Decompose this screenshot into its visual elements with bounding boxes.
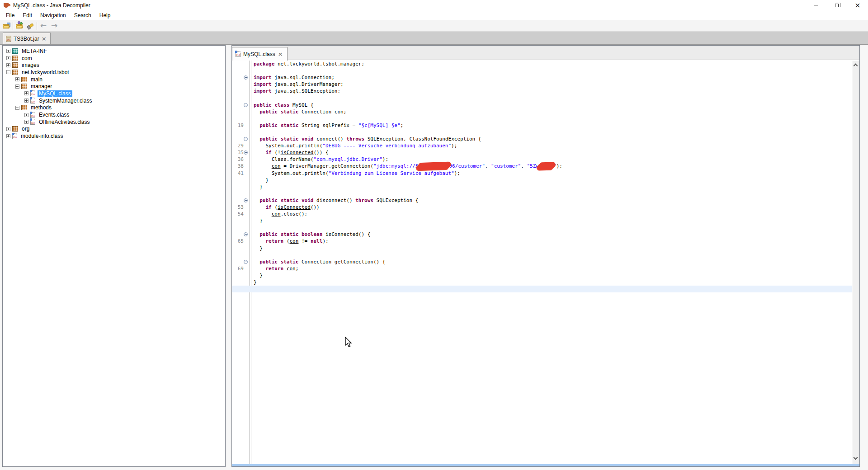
keyword-token: public [259,109,278,115]
code-line[interactable]: public static boolean isConnected() { [232,231,852,238]
tree-item-mysql-class[interactable]: 010MySQL.class [3,90,225,97]
minimize-button[interactable] [806,0,826,10]
menu-item-file[interactable]: File [2,11,19,19]
expand-icon[interactable] [24,91,28,95]
code-line[interactable] [232,67,852,74]
code-line[interactable]: 54 con.close(); [232,211,852,217]
collapse-icon[interactable] [15,85,19,89]
expand-icon[interactable] [6,56,10,60]
code-line[interactable]: } [232,272,852,279]
code-line[interactable]: 69 return con; [232,265,852,272]
code-line[interactable]: 41 System.out.println("Verbindung zum Li… [232,170,852,177]
keyword-token: public [259,122,278,128]
code-line[interactable] [232,252,852,258]
tree-item-main[interactable]: main [3,76,225,83]
expand-icon[interactable] [6,63,10,67]
menu-item-edit[interactable]: Edit [19,11,36,19]
tree-item-net-lvckyworld-tsbot[interactable]: net.lvckyworld.tsbot [3,69,225,76]
menu-item-navigation[interactable]: Navigation [36,11,70,19]
reference-token[interactable]: con [272,211,281,217]
expand-icon[interactable] [6,127,10,131]
expand-icon[interactable] [6,49,10,53]
expand-icon[interactable] [24,99,28,103]
menu-item-search[interactable]: Search [70,11,95,19]
code-line[interactable] [232,224,852,231]
code-line[interactable]: 29 System.out.println("DEBUG ---- Versuc… [232,142,852,149]
fold-collapse-icon[interactable] [244,198,248,202]
code-line[interactable]: 65 return (con != null); [232,238,852,244]
expand-icon[interactable] [24,113,28,117]
reference-token[interactable]: con [272,163,281,169]
back-button[interactable]: ← [38,21,49,31]
code-line[interactable]: 36 Class.forName("com.mysql.jdbc.Driver"… [232,156,852,163]
tree-item-com[interactable]: com [3,55,225,62]
fold-collapse-icon[interactable] [244,137,248,141]
tree-item-module-info-class[interactable]: 010module-info.class [3,132,225,140]
code-line[interactable]: } [232,217,852,224]
tree-item-systemmanager-class[interactable]: 010SystemManager.class [3,97,225,104]
fold-collapse-icon[interactable] [244,103,248,107]
code-line[interactable]: public static Connection getConnection()… [232,258,852,265]
scroll-down-icon[interactable] [854,457,858,461]
code-line[interactable]: public class MySQL { [232,102,852,108]
forward-button[interactable]: → [49,21,60,31]
tree-item-events-class[interactable]: 010Events.class [3,111,225,118]
expand-icon[interactable] [24,120,28,124]
tree-item-org[interactable]: org [3,126,225,133]
code-line[interactable]: import java.sql.SQLException; [232,88,852,94]
code-tab-close-icon[interactable]: × [278,51,283,57]
fold-collapse-icon[interactable] [244,232,248,236]
reference-token[interactable]: isConnected [281,150,314,155]
collapse-icon[interactable] [6,70,10,74]
tree-item-label: Events.class [38,112,71,118]
open-file-button[interactable] [1,21,12,31]
reference-token[interactable]: isConnected [278,204,311,210]
fold-collapse-icon[interactable] [244,150,248,155]
collapse-icon[interactable] [15,106,19,110]
search-button[interactable] [25,21,36,31]
menu-item-help[interactable]: Help [95,11,115,19]
code-line[interactable]: } [232,279,852,286]
code-line[interactable]: package net.lvckyworld.tsbot.manager; [232,61,852,67]
close-button[interactable]: × [847,0,868,10]
code-line[interactable] [232,129,852,136]
code-line[interactable]: public static void connect() throws SQLE… [232,136,852,142]
tree-item-methods[interactable]: methods [3,104,225,112]
fold-collapse-icon[interactable] [244,260,248,264]
tree-item-manager[interactable]: manager [3,83,225,90]
code-line[interactable]: 19 public static String sqlPrefix = "§c[… [232,122,852,129]
current-line-highlight[interactable] [232,286,852,292]
code-line[interactable] [232,115,852,122]
fold-collapse-icon[interactable] [244,75,248,80]
tab-mysql-class[interactable]: 010 MySQL.class × [232,47,288,61]
vertical-scrollbar[interactable] [852,61,859,464]
code-line[interactable] [232,190,852,197]
code-line[interactable]: 53 if (isConnected()) [232,204,852,211]
expand-icon[interactable] [15,77,19,81]
code-line[interactable]: 38 con = DriverManager.getConnection("jd… [232,163,852,169]
restore-button[interactable] [826,0,847,10]
expand-icon[interactable] [6,134,10,138]
reference-token[interactable]: con [287,266,296,272]
code-line[interactable]: import java.sql.DriverManager; [232,81,852,88]
tree-item-images[interactable]: images [3,61,225,69]
jar-tab-close-icon[interactable]: × [42,36,47,42]
code-line[interactable]: public static Connection con; [232,108,852,115]
code-token: Connection getConnection() { [298,259,385,265]
tree-item-offlineactivities-class[interactable]: 010OfflineActivities.class [3,118,225,126]
code-token: java.sql.DriverManager; [272,81,344,87]
code-editor[interactable]: package net.lvckyworld.tsbot.manager;imp… [232,61,852,464]
open-type-button[interactable] [14,21,25,31]
code-line[interactable]: } [232,177,852,183]
tab-ts3bot-jar[interactable]: 010 TS3Bot.jar × [3,33,51,44]
code-line[interactable]: 35 if (!isConnected()) { [232,149,852,156]
code-line[interactable] [232,94,852,101]
code-line[interactable]: import java.sql.Connection; [232,74,852,81]
code-line[interactable]: } [232,245,852,252]
scroll-up-icon[interactable] [854,63,858,67]
code-line[interactable]: } [232,183,852,190]
tree-item-meta-inf[interactable]: META-INF [3,47,225,55]
reference-token[interactable]: con [290,238,299,244]
code-line[interactable]: public static void disconnect() throws S… [232,197,852,204]
horizontal-scroll-strip[interactable] [232,464,859,466]
